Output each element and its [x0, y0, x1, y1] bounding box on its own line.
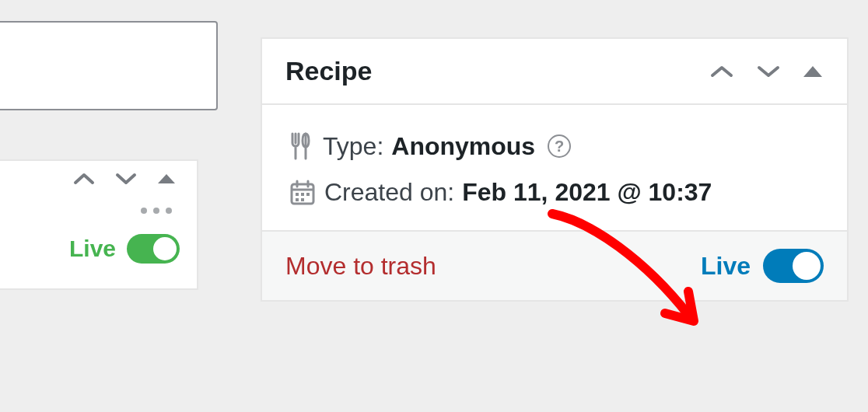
recipe-type-row: Type: Anonymous ? [289, 131, 821, 161]
chevron-down-icon[interactable] [114, 172, 138, 186]
type-value: Anonymous [391, 132, 535, 161]
recipe-panel-controls [709, 64, 824, 79]
recipe-panel-title: Recipe [285, 56, 373, 86]
chevron-up-icon[interactable] [709, 64, 735, 79]
svg-marker-0 [158, 174, 175, 183]
left-live-row: Live [0, 214, 197, 288]
recipe-live-group: Live [701, 249, 824, 283]
recipe-live-toggle[interactable] [763, 249, 824, 283]
recipe-live-label: Live [701, 252, 751, 281]
caret-up-icon[interactable] [156, 172, 177, 186]
recipe-created-row: Created on: Feb 11, 2021 @ 10:37 [289, 178, 821, 207]
type-label: Type: [323, 132, 383, 161]
ellipsis-icon[interactable] [0, 203, 197, 214]
recipe-panel-body: Type: Anonymous ? Created on: Feb 11, 20… [262, 105, 847, 230]
left-cropped-panel [0, 21, 218, 110]
svg-rect-9 [296, 198, 299, 201]
svg-rect-10 [301, 198, 304, 201]
left-live-toggle[interactable] [127, 234, 180, 264]
created-label: Created on: [324, 178, 454, 207]
chevron-up-icon[interactable] [72, 172, 96, 186]
svg-rect-7 [301, 193, 304, 196]
caret-up-icon[interactable] [802, 64, 824, 79]
move-to-trash-button[interactable]: Move to trash [285, 252, 436, 281]
svg-marker-1 [803, 66, 822, 77]
recipe-panel-footer: Move to trash Live [262, 230, 847, 300]
chevron-down-icon[interactable] [755, 64, 782, 79]
left-live-label: Live [69, 236, 116, 262]
calendar-icon [289, 179, 317, 207]
utensils-icon [289, 131, 315, 161]
svg-rect-8 [306, 193, 310, 196]
created-value: Feb 11, 2021 @ 10:37 [462, 178, 712, 207]
left-mini-panel: Live [0, 159, 198, 290]
recipe-panel-header: Recipe [262, 39, 847, 105]
left-mini-panel-controls [0, 161, 197, 203]
help-icon[interactable]: ? [548, 134, 571, 158]
svg-rect-6 [296, 193, 299, 196]
recipe-panel: Recipe Type: Anonymous ? [261, 37, 849, 302]
